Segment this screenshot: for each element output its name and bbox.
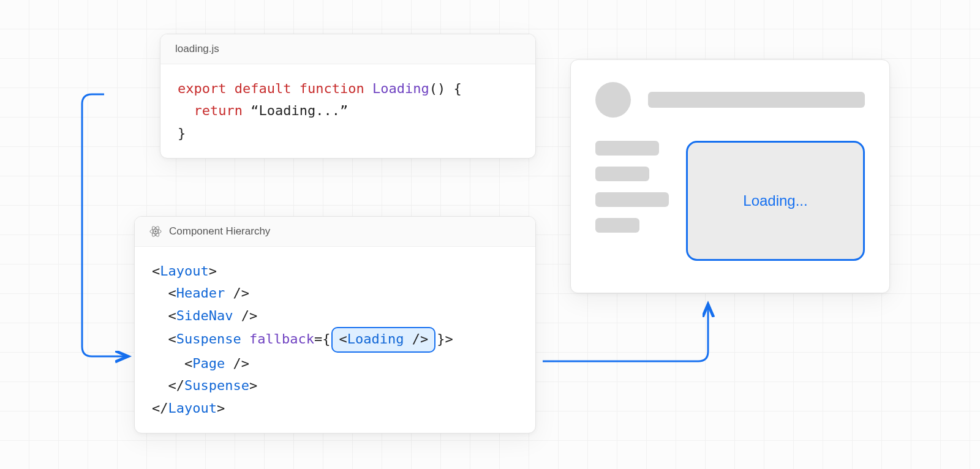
hierarchy-panel: Component Hierarchy <Layout> <Header /> … xyxy=(134,216,536,433)
hier-line-4: <Suspense fallback={<Loading />}> xyxy=(152,327,518,353)
code-filename: loading.js xyxy=(175,43,219,55)
hier-line-2: <Header /> xyxy=(152,282,518,304)
code-brace-close: } xyxy=(178,126,186,141)
hier-line-7: </Layout> xyxy=(152,397,518,419)
keyword-function: function xyxy=(300,81,364,96)
sidebar xyxy=(595,141,669,261)
hierarchy-panel-body: <Layout> <Header /> <SideNav /> <Suspens… xyxy=(135,247,535,433)
header-bar xyxy=(648,92,865,108)
svg-point-0 xyxy=(154,230,156,232)
code-line-3: } xyxy=(178,122,518,144)
sidenav-item xyxy=(595,218,639,233)
code-line-1: export default function Loading() { xyxy=(178,78,518,100)
app-body: Loading... xyxy=(595,141,865,261)
code-panel: loading.js export default function Loadi… xyxy=(160,34,536,159)
sidenav-item xyxy=(595,167,649,181)
code-panel-body: export default function Loading() { retu… xyxy=(160,64,535,158)
avatar xyxy=(595,82,631,118)
react-icon xyxy=(149,225,162,238)
loading-pill: <Loading /> xyxy=(331,327,435,353)
loading-text: Loading... xyxy=(743,192,807,209)
app-mock-panel: Loading... xyxy=(570,59,890,293)
sidenav-item xyxy=(595,141,659,156)
hier-line-5: <Page /> xyxy=(152,353,518,375)
keyword-default: default xyxy=(235,81,292,96)
keyword-return: return xyxy=(194,103,243,118)
code-punct: () { xyxy=(429,81,462,96)
hier-line-6: </Suspense> xyxy=(152,375,518,397)
function-name: Loading xyxy=(372,81,429,96)
code-panel-header: loading.js xyxy=(160,34,535,64)
hier-line-1: <Layout> xyxy=(152,260,518,282)
app-header xyxy=(595,82,865,118)
loading-content: Loading... xyxy=(686,141,865,261)
hier-line-3: <SideNav /> xyxy=(152,305,518,327)
sidenav-item xyxy=(595,192,669,207)
keyword-export: export xyxy=(178,81,226,96)
hierarchy-title: Component Hierarchy xyxy=(169,225,270,238)
string-literal: “Loading...” xyxy=(251,103,348,118)
code-line-2: return “Loading...” xyxy=(178,100,518,122)
hierarchy-panel-header: Component Hierarchy xyxy=(135,217,535,247)
